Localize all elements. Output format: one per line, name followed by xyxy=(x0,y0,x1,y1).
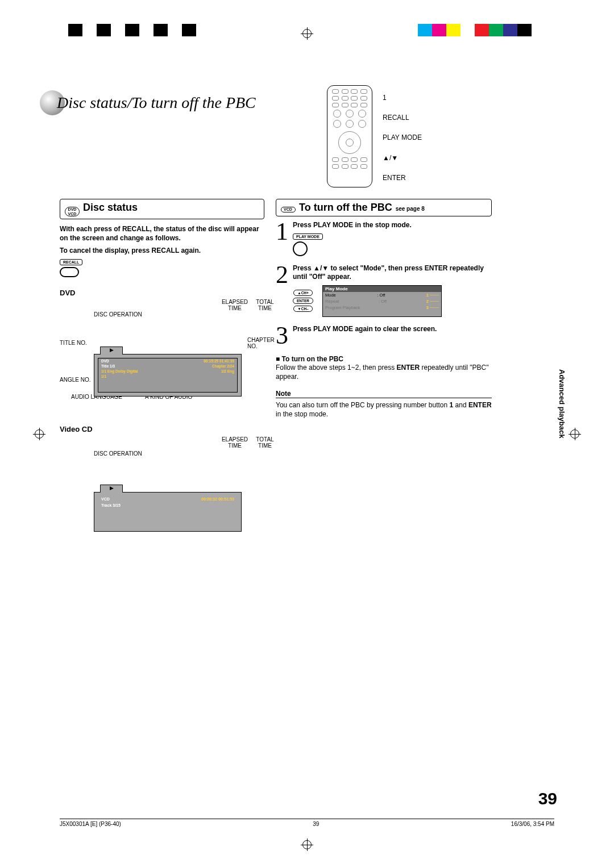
pointer-label: TOTAL TIME xyxy=(251,436,279,449)
footer: J5X00301A [E] (P36-40) 39 16/3/06, 3:54 … xyxy=(60,819,554,827)
page-number: 39 xyxy=(538,789,557,808)
note-heading: Note xyxy=(276,390,492,398)
step-2: 2 Press ▲/▼ to select "Mode", then press… xyxy=(276,264,492,317)
footer-right: 16/3/06, 3:54 PM xyxy=(511,821,554,827)
turn-on-body: Follow the above steps 1~2, then press E… xyxy=(276,363,492,381)
play-icon: ▶ xyxy=(100,485,123,493)
note-body: You can also turn off the PBC by pressin… xyxy=(276,398,492,419)
section-heading: DVDVCD Disc status xyxy=(60,199,264,219)
pointer-label: ELAPSED TIME xyxy=(218,299,252,311)
nav-buttons-illustration: ▲CH+ ENTER ▼CH– xyxy=(293,290,313,312)
vcd-osd: ▶ VCD00:08:32 00:51:53 Track 3/15 xyxy=(94,492,242,532)
crosshair-icon xyxy=(301,838,313,851)
turn-on-heading: To turn on the PBC xyxy=(276,355,492,363)
crosshair-icon xyxy=(301,27,313,40)
crosshair-icon xyxy=(33,428,45,440)
page-title: Disc status/To turn off the PBC xyxy=(57,94,256,112)
dvd-vcd-badge-icon: DVDVCD xyxy=(65,207,80,216)
intro-text: To cancel the display, press RECALL agai… xyxy=(60,247,264,254)
disc-status-section: DVDVCD Disc status With each press of RE… xyxy=(60,199,264,533)
sidebar-chapter-label: Advanced playback xyxy=(558,369,566,438)
remote-illustration: 1 RECALL PLAY MODE ▲/▼ ENTER xyxy=(327,85,520,190)
pointer-label: ANGLE NO. xyxy=(60,377,90,383)
crosshair-icon xyxy=(569,428,581,440)
pointer-label: ELAPSED TIME xyxy=(218,436,252,449)
play-icon: ▶ xyxy=(100,347,123,354)
dvd-osd: ▶ DVD00:15:25 01:41:39 Title 1/3Chapter … xyxy=(94,354,242,397)
play-mode-button-illustration: PLAY MODE xyxy=(293,232,412,256)
vcd-label: Video CD xyxy=(60,425,93,433)
dvd-label: DVD xyxy=(60,289,75,297)
vcd-status-diagram: Video CD ELAPSED TIME TOTAL TIME DISC OP… xyxy=(60,425,264,533)
remote-icon xyxy=(327,85,372,187)
step-1: 1 Press PLAY MODE in the stop mode. PLAY… xyxy=(276,221,492,256)
playmode-osd: Play Mode Mode: Off1 ───Repeat: Off2 ───… xyxy=(322,285,442,317)
intro-text: With each press of RECALL, the status of… xyxy=(60,225,264,243)
dvd-status-diagram: DVD ELAPSED TIME TOTAL TIME DISC OPERATI… xyxy=(60,277,264,425)
pointer-label: TITLE NO. xyxy=(60,340,87,346)
turn-off-pbc-section: VCD To turn off the PBC see page 8 1 Pre… xyxy=(276,199,492,419)
remote-label: ENTER xyxy=(383,174,422,182)
recall-button-illustration: RECALL xyxy=(60,258,264,277)
pointer-label: DISC OPERATION xyxy=(94,311,142,318)
remote-label: PLAY MODE xyxy=(383,133,422,141)
remote-label: 1 xyxy=(383,94,422,102)
step-3: 3 Press PLAY MODE again to clear the scr… xyxy=(276,325,492,346)
vcd-badge-icon: VCD xyxy=(281,207,296,212)
footer-mid: 39 xyxy=(313,821,319,827)
pointer-label: TOTAL TIME xyxy=(251,299,279,311)
pointer-label: DISC OPERATION xyxy=(94,450,142,457)
remote-label: RECALL xyxy=(383,114,422,122)
footer-left: J5X00301A [E] (P36-40) xyxy=(60,821,121,827)
remote-label: ▲/▼ xyxy=(383,154,422,162)
section-heading: VCD To turn off the PBC see page 8 xyxy=(276,199,492,216)
